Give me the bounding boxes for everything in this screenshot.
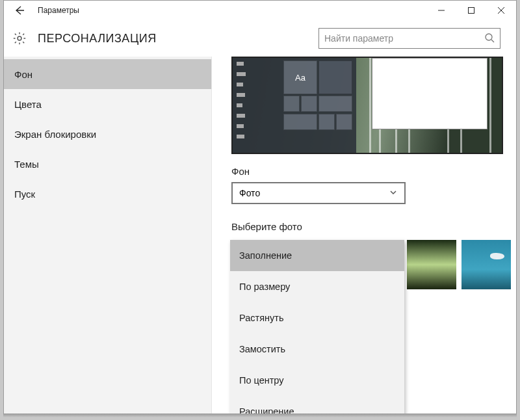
preview-tile <box>318 60 352 94</box>
content: Aa Фон Фото Выберите фото <box>212 57 516 415</box>
header: ПЕРСОНАЛИЗАЦИЯ Найти параметр <box>4 20 516 57</box>
search-input[interactable]: Найти параметр <box>318 28 500 49</box>
photo-thumbnail[interactable] <box>462 240 511 289</box>
fit-option-fill[interactable]: Заполнение <box>230 240 404 271</box>
svg-point-2 <box>486 34 492 40</box>
preview-tile <box>283 114 317 130</box>
sidebar-item-label: Цвета <box>14 99 42 110</box>
chevron-down-icon <box>389 188 398 199</box>
background-label: Фон <box>231 166 516 177</box>
menu-item-label: По размеру <box>239 282 290 292</box>
minimize-button[interactable] <box>426 1 456 20</box>
sidebar-item-colors[interactable]: Цвета <box>4 89 211 119</box>
desktop-preview: Aa <box>231 57 503 154</box>
preview-tile-text: Aa <box>283 60 317 94</box>
sidebar-item-label: Пуск <box>14 189 35 200</box>
settings-window: Параметры ПЕРСОНАЛИЗАЦИЯ Найти параметр <box>3 0 517 416</box>
fit-mode-menu: Заполнение По размеру Растянуть Замостит… <box>230 240 404 415</box>
fit-option-span[interactable]: Расширение <box>230 396 404 415</box>
close-button[interactable] <box>486 1 516 20</box>
window-controls <box>426 1 516 20</box>
back-button[interactable] <box>4 1 35 20</box>
preview-tile <box>318 114 335 130</box>
window-title: Параметры <box>35 6 79 15</box>
preview-window <box>372 58 488 129</box>
header-left: ПЕРСОНАЛИЗАЦИЯ <box>12 31 157 46</box>
preview-tile <box>318 96 352 112</box>
sidebar-item-label: Экран блокировки <box>14 129 96 140</box>
photo-thumbnail[interactable] <box>407 240 456 289</box>
fit-option-stretch[interactable]: Растянуть <box>230 302 404 334</box>
menu-item-label: Заполнение <box>239 250 292 261</box>
search-icon <box>484 33 495 45</box>
sidebar-item-lockscreen[interactable]: Экран блокировки <box>4 119 211 149</box>
gear-icon <box>12 31 27 46</box>
body: Фон Цвета Экран блокировки Темы Пуск Aa <box>4 57 516 415</box>
menu-item-label: По центру <box>239 375 284 386</box>
title-bar: Параметры <box>4 1 516 20</box>
preview-tile <box>301 96 317 112</box>
preview-start-menu: Aa <box>233 58 356 153</box>
choose-photo-label: Выберите фото <box>231 221 516 232</box>
menu-item-label: Растянуть <box>239 313 283 323</box>
fit-option-center[interactable]: По центру <box>230 365 404 396</box>
title-bar-left: Параметры <box>4 1 79 20</box>
sidebar-item-themes[interactable]: Темы <box>4 149 211 179</box>
dropdown-value: Фото <box>239 188 260 198</box>
menu-item-label: Замостить <box>239 344 285 354</box>
shadow <box>3 413 517 417</box>
search-placeholder: Найти параметр <box>324 33 393 44</box>
fit-option-tile[interactable]: Замостить <box>230 334 404 365</box>
sidebar-item-start[interactable]: Пуск <box>4 179 211 209</box>
svg-rect-0 <box>469 8 474 14</box>
maximize-button[interactable] <box>456 1 486 20</box>
page-title: ПЕРСОНАЛИЗАЦИЯ <box>38 32 157 46</box>
svg-point-1 <box>18 36 21 40</box>
preview-tile <box>283 96 300 112</box>
sidebar-item-label: Фон <box>14 69 32 80</box>
fit-option-fit[interactable]: По размеру <box>230 271 404 302</box>
sidebar-item-background[interactable]: Фон <box>4 59 211 89</box>
sidebar-item-label: Темы <box>14 159 39 170</box>
sidebar: Фон Цвета Экран блокировки Темы Пуск <box>4 57 212 415</box>
background-type-dropdown[interactable]: Фото <box>231 182 406 204</box>
preview-tile <box>336 114 352 130</box>
photo-thumbnails <box>407 240 511 289</box>
